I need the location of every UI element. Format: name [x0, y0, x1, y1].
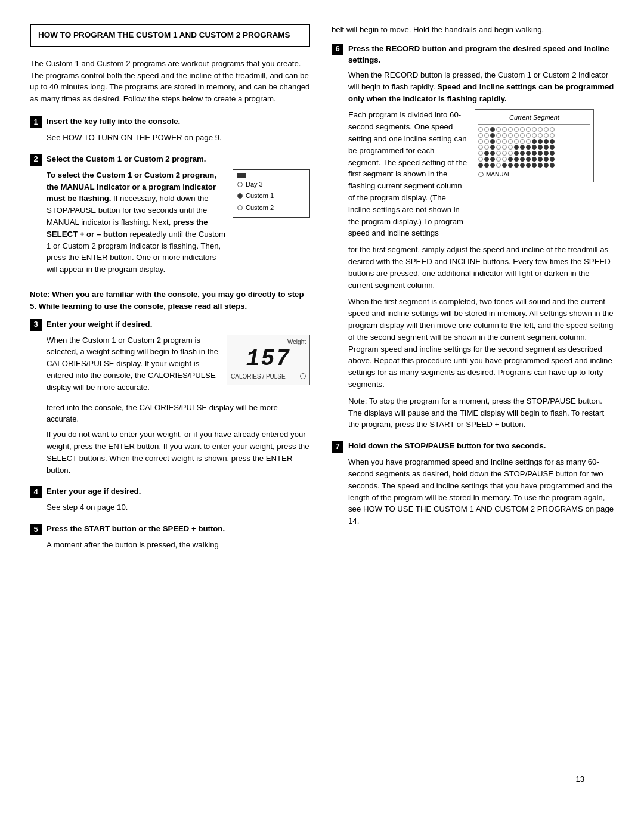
- d4-8: [520, 145, 525, 150]
- page-title: HOW TO PROGRAM THE CUSTOM 1 AND CUSTOM 2…: [38, 30, 302, 41]
- d3-10: [532, 139, 537, 144]
- d5-11: [538, 151, 543, 156]
- d3-9: [526, 139, 531, 144]
- weight-value: 157: [231, 348, 306, 370]
- step-2-text: To select the Custom 1 or Custom 2 progr…: [47, 169, 227, 279]
- d5-8: [520, 151, 525, 156]
- step-3-text: When the Custom 1 or Custom 2 program is…: [47, 335, 219, 397]
- step-6-body: When the RECORD button is pressed, the C…: [348, 69, 614, 431]
- d3-3: [490, 139, 495, 144]
- custom1-label: Custom 1: [246, 191, 274, 201]
- d6-3: [490, 157, 495, 162]
- step-7-body: When you have programmed speed and incli…: [348, 456, 614, 527]
- d3-12: [544, 139, 549, 144]
- d4-13: [550, 145, 555, 150]
- d2-6: [508, 133, 513, 138]
- d2-4: [496, 133, 501, 138]
- d4-3: [490, 145, 495, 150]
- dot-row-4: [478, 145, 590, 150]
- d4-7: [514, 145, 519, 150]
- calories-text: CALORIES / PULSE: [231, 372, 286, 381]
- step-6-header: 6 Press the RECORD button and program th…: [332, 43, 614, 66]
- d7-4: [496, 163, 501, 168]
- custom2-radio: [237, 205, 243, 210]
- step-2-content: To select the Custom 1 or Custom 2 progr…: [47, 169, 310, 279]
- day3-label: Day 3: [246, 179, 263, 190]
- step-6-para3: for the first segment, simply adjust the…: [348, 244, 614, 291]
- d2-8: [520, 133, 525, 138]
- step-1-text: See HOW TO TURN ON THE POWER on page 9.: [47, 132, 310, 144]
- d7-10: [532, 163, 537, 168]
- d1-6: [508, 127, 513, 132]
- step-6-block: 6 Press the RECORD button and program th…: [332, 43, 614, 431]
- d5-12: [544, 151, 549, 156]
- d2-11: [538, 133, 543, 138]
- d3-2: [484, 139, 489, 144]
- d1-7: [514, 127, 519, 132]
- manual-radio: [478, 172, 484, 177]
- d2-5: [502, 133, 507, 138]
- d6-4: [496, 157, 501, 162]
- d7-2: [484, 163, 489, 168]
- d1-4: [496, 127, 501, 132]
- d5-1: [478, 151, 483, 156]
- d6-11: [538, 157, 543, 162]
- step-5-text: A moment after the button is pressed, th…: [47, 539, 310, 551]
- step-2-header: 2 Select the Custom 1 or Custom 2 progra…: [30, 153, 310, 166]
- panel-row-custom2: Custom 2: [237, 203, 305, 213]
- d6-6: [508, 157, 513, 162]
- d2-2: [484, 133, 489, 138]
- step-6-note: Note: To stop the program for a moment, …: [348, 395, 614, 431]
- bold-note: Note: When you are familiar with the con…: [30, 289, 310, 312]
- page-number: 13: [576, 774, 584, 785]
- step-2-title: Select the Custom 1 or Custom 2 program.: [47, 153, 206, 165]
- weight-display-container: When the Custom 1 or Custom 2 program is…: [47, 335, 310, 397]
- d5-6: [508, 151, 513, 156]
- step-3-block: 3 Enter your weight if desired. When the…: [30, 318, 310, 476]
- page-wrapper: HOW TO PROGRAM THE CUSTOM 1 AND CUSTOM 2…: [30, 24, 614, 809]
- d1-8: [520, 127, 525, 132]
- step-4-header: 4 Enter your age if desired.: [30, 485, 310, 498]
- step-3-title: Enter your weight if desired.: [47, 318, 152, 330]
- d6-12: [544, 157, 549, 162]
- weight-label: Weight: [231, 337, 306, 346]
- step-4-number: 4: [30, 486, 42, 498]
- step-5-body: A moment after the button is pressed, th…: [47, 539, 310, 551]
- d7-8: [520, 163, 525, 168]
- manual-label: MANUAL: [486, 170, 511, 179]
- d3-13: [550, 139, 555, 144]
- step-3-header: 3 Enter your weight if desired.: [30, 318, 310, 331]
- d6-1: [478, 157, 483, 162]
- d6-13: [550, 157, 555, 162]
- step-7-number: 7: [332, 441, 343, 453]
- step-7-para: When you have programmed speed and incli…: [348, 456, 614, 527]
- d5-10: [532, 151, 537, 156]
- step-1-block: 1 Insert the key fully into the console.…: [30, 116, 310, 144]
- d7-5: [502, 163, 507, 168]
- d3-11: [538, 139, 543, 144]
- d5-7: [514, 151, 519, 156]
- segment-text: Each program is divided into 60-second s…: [348, 109, 467, 244]
- d1-13: [550, 127, 555, 132]
- d3-6: [508, 139, 513, 144]
- d2-7: [514, 133, 519, 138]
- header-box: HOW TO PROGRAM THE CUSTOM 1 AND CUSTOM 2…: [30, 24, 310, 47]
- d5-5: [502, 151, 507, 156]
- step-7-title: Hold down the STOP/PAUSE button for two …: [348, 440, 546, 451]
- step-5-number: 5: [30, 524, 42, 535]
- bold-note-text: Note: When you are familiar with the con…: [30, 289, 310, 312]
- segment-para: Each program is divided into 60-second s…: [348, 109, 467, 239]
- d2-1: [478, 133, 483, 138]
- d3-4: [496, 139, 501, 144]
- d4-10: [532, 145, 537, 150]
- right-column: belt will begin to move. Hold the handra…: [332, 24, 614, 561]
- calories-label: CALORIES / PULSE: [231, 372, 306, 381]
- d2-13: [550, 133, 555, 138]
- left-column: HOW TO PROGRAM THE CUSTOM 1 AND CUSTOM 2…: [30, 24, 310, 561]
- calories-circle: [300, 373, 306, 379]
- d3-5: [502, 139, 507, 144]
- step-6-para1: When the RECORD button is pressed, the C…: [348, 69, 614, 104]
- step-4-block: 4 Enter your age if desired. See step 4 …: [30, 485, 310, 513]
- day3-radio: [237, 182, 243, 187]
- rect-indicator: [237, 173, 246, 178]
